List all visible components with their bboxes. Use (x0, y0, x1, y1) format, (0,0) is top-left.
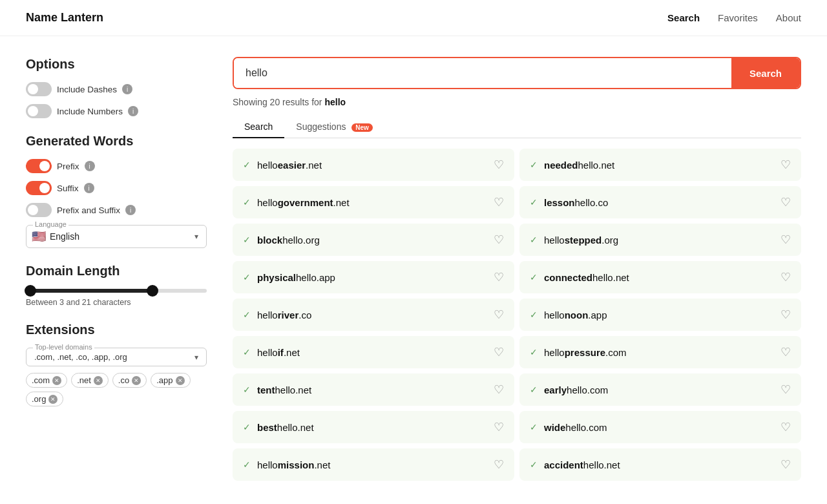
domain-bold-part: connected (544, 272, 592, 283)
main-nav: Search Favorites About (667, 12, 801, 23)
favorite-button[interactable]: ♡ (780, 158, 791, 172)
favorite-button[interactable]: ♡ (780, 383, 791, 397)
nav-search[interactable]: Search (667, 12, 700, 23)
language-field-label: Language (33, 220, 68, 228)
domain-hello-part: hello (567, 384, 587, 395)
domain-bold-part: river (278, 310, 299, 320)
domain-bold-part: best (257, 422, 277, 433)
nav-about[interactable]: About (776, 12, 801, 23)
tld-tag: .org✕ (26, 392, 63, 406)
domain-length-desc: Between 3 and 21 characters (26, 298, 207, 307)
domain-length-slider[interactable] (26, 289, 207, 293)
tld-select-value: .com, .net, .co, .app, .org (34, 352, 127, 362)
favorite-button[interactable]: ♡ (780, 233, 791, 247)
domain-item: ✓ hellopressure.com ♡ (519, 336, 801, 368)
domain-name: widehello.com (544, 422, 607, 433)
favorite-button[interactable]: ♡ (780, 420, 791, 434)
search-input[interactable] (234, 58, 731, 88)
favorite-button[interactable]: ♡ (494, 420, 504, 434)
tld-tag-remove[interactable]: ✕ (176, 376, 185, 385)
favorite-button[interactable]: ♡ (494, 195, 504, 209)
favorite-button[interactable]: ♡ (780, 195, 791, 209)
tld-tag-remove[interactable]: ✕ (48, 395, 58, 404)
favorite-button[interactable]: ♡ (780, 308, 791, 322)
check-icon: ✓ (530, 235, 538, 245)
domain-bold-part: wide (544, 422, 565, 433)
favorite-button[interactable]: ♡ (494, 158, 504, 172)
domain-item: ✓ hellogovernment.net ♡ (233, 186, 514, 218)
include-dashes-toggle[interactable] (26, 82, 52, 96)
domain-hello-part: hello (257, 459, 278, 470)
slider-thumb-left[interactable] (25, 285, 36, 297)
domain-name: hellopressure.com (544, 347, 627, 358)
favorite-button[interactable]: ♡ (780, 457, 791, 472)
search-button[interactable]: Search (731, 58, 800, 88)
domain-bold-part: needed (544, 160, 578, 171)
favorite-button[interactable]: ♡ (494, 270, 504, 284)
domain-left: ✓ earlyhello.com (530, 384, 608, 395)
domain-ext: .com (586, 422, 607, 433)
domain-left: ✓ helloriver.co (243, 310, 311, 320)
domain-left: ✓ connectedhello.net (530, 272, 629, 283)
include-numbers-toggle[interactable] (26, 104, 52, 118)
language-group: Language 🇺🇸 English ▾ (26, 225, 207, 248)
favorite-button[interactable]: ♡ (494, 233, 504, 247)
favorite-button[interactable]: ♡ (780, 270, 791, 284)
prefix-info-icon[interactable]: i (85, 161, 95, 171)
nav-favorites[interactable]: Favorites (718, 12, 758, 23)
domain-length-title: Domain Length (26, 264, 207, 278)
suffix-info-icon[interactable]: i (84, 183, 94, 193)
domain-ext: .net (284, 347, 300, 358)
domain-left: ✓ hellonoon.app (530, 310, 607, 320)
domain-item: ✓ earlyhello.com ♡ (519, 373, 801, 406)
logo: Name Lantern (26, 11, 103, 25)
prefix-label: Prefix (57, 162, 79, 171)
check-icon: ✓ (243, 422, 251, 432)
domain-name: hellostepped.org (544, 235, 618, 246)
domain-name: tenthello.net (257, 384, 311, 395)
tld-tags: .com✕.net✕.co✕.app✕.org✕ (26, 373, 207, 406)
domain-item: ✓ besthello.net ♡ (233, 411, 514, 443)
include-dashes-info-icon[interactable]: i (122, 84, 132, 94)
domain-hello-part: hello (257, 310, 278, 320)
favorite-button[interactable]: ♡ (494, 383, 504, 397)
check-icon: ✓ (530, 310, 538, 320)
tld-tag-value: .org (32, 394, 46, 404)
check-icon: ✓ (243, 197, 251, 207)
domain-left: ✓ besthello.net (243, 422, 314, 433)
prefix-and-suffix-toggle[interactable] (26, 203, 52, 217)
language-select-inner: 🇺🇸 English ▾ (32, 229, 198, 244)
slider-thumb-right[interactable] (147, 285, 158, 297)
header: Name Lantern Search Favorites About (0, 0, 827, 36)
language-flag: 🇺🇸 (32, 229, 46, 244)
extensions-title: Extensions (26, 322, 207, 337)
tld-tag-remove[interactable]: ✕ (132, 376, 141, 385)
favorite-button[interactable]: ♡ (494, 345, 504, 359)
suffix-toggle[interactable] (26, 181, 52, 195)
tld-tag-value: .com (32, 375, 50, 385)
tab-suggestions-badge: New (351, 123, 373, 132)
tab-search[interactable]: Search (233, 116, 284, 138)
tld-tag-remove[interactable]: ✕ (94, 376, 103, 385)
tld-tag-remove[interactable]: ✕ (52, 376, 61, 385)
options-title: Options (26, 57, 207, 72)
results-query: hello (324, 97, 346, 107)
check-icon: ✓ (243, 272, 251, 282)
domain-bold-part: accident (544, 459, 583, 470)
domain-bold-part: pressure (565, 347, 605, 358)
domain-ext: .co (298, 310, 311, 320)
favorite-button[interactable]: ♡ (494, 457, 504, 472)
prefix-toggle[interactable] (26, 159, 52, 173)
prefix-and-suffix-info-icon[interactable]: i (125, 205, 136, 215)
prefix-and-suffix-label: Prefix and Suffix (57, 205, 120, 215)
tld-tag: .co✕ (112, 373, 147, 388)
domain-hello-part: hello (575, 197, 596, 208)
favorite-button[interactable]: ♡ (494, 308, 504, 322)
include-numbers-info-icon[interactable]: i (128, 106, 138, 116)
tab-suggestions[interactable]: Suggestions New (284, 116, 384, 138)
language-select[interactable]: Language 🇺🇸 English ▾ (26, 225, 207, 248)
domain-name: besthello.net (257, 422, 314, 433)
favorite-button[interactable]: ♡ (780, 345, 791, 359)
domain-item: ✓ tenthello.net ♡ (233, 373, 514, 406)
tld-select[interactable]: Top-level domains .com, .net, .co, .app,… (26, 348, 207, 366)
